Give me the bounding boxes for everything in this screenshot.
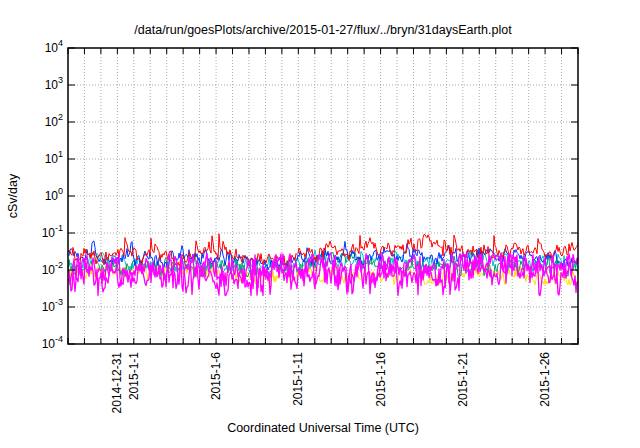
y-tick-label: 104 bbox=[45, 38, 63, 55]
x-tick-label: 2015-1-26 bbox=[538, 352, 552, 407]
y-tick-label: 10-2 bbox=[42, 260, 63, 277]
data-series bbox=[68, 234, 578, 296]
x-tick-label: 2014-12-31 bbox=[110, 352, 124, 414]
x-axis-title: Coordinated Universal Time (UTC) bbox=[227, 421, 419, 435]
x-tick-label: 2015-1-11 bbox=[291, 352, 305, 406]
y-tick-label: 103 bbox=[45, 75, 63, 92]
y-tick-label: 10-1 bbox=[42, 223, 63, 240]
grid-lines bbox=[68, 48, 578, 344]
axis-tick-labels: 10410310210110010-110-210-310-42014-12-3… bbox=[42, 38, 552, 413]
x-tick-label: 2015-1-1 bbox=[127, 352, 141, 400]
y-axis-title: cSv/day bbox=[6, 173, 20, 218]
chart-canvas: /data/run/goesPlots/archive/2015-01-27/f… bbox=[0, 0, 640, 448]
series-magenta bbox=[68, 254, 578, 296]
chart-title: /data/run/goesPlots/archive/2015-01-27/f… bbox=[134, 23, 512, 37]
y-tick-label: 100 bbox=[45, 186, 63, 203]
y-tick-label: 10-4 bbox=[42, 334, 63, 351]
plot-page: /data/run/goesPlots/archive/2015-01-27/f… bbox=[0, 0, 640, 448]
y-tick-label: 10-3 bbox=[42, 297, 63, 314]
x-tick-label: 2015-1-21 bbox=[456, 352, 470, 407]
y-tick-label: 101 bbox=[45, 149, 63, 166]
x-tick-label: 2015-1-16 bbox=[374, 352, 388, 407]
y-tick-label: 102 bbox=[45, 112, 63, 129]
x-tick-label: 2015-1-6 bbox=[209, 352, 223, 400]
